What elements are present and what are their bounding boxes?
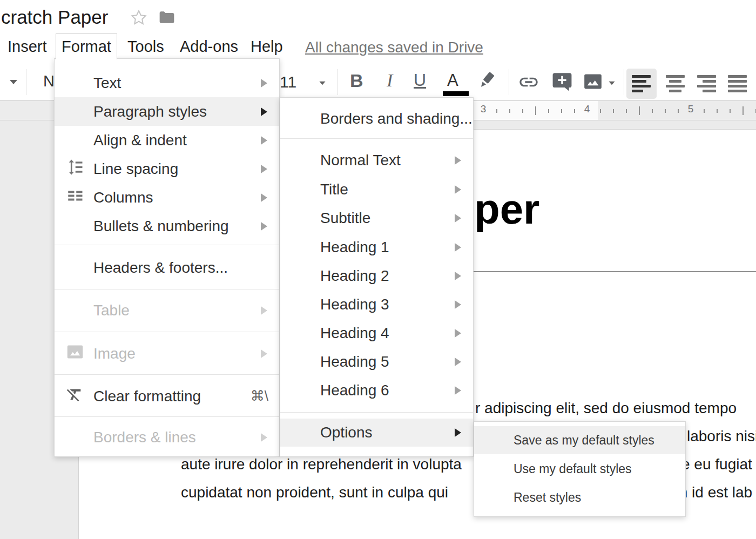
underline-button[interactable]: U bbox=[414, 70, 426, 90]
toolbar-separator bbox=[338, 69, 338, 95]
text-color-swatch bbox=[443, 91, 469, 96]
menu-separator bbox=[280, 138, 473, 139]
menu-item-use-default-styles[interactable]: Use my default styles bbox=[474, 455, 685, 483]
font-size-caret[interactable] bbox=[319, 82, 325, 85]
menu-item-text[interactable]: Text bbox=[55, 69, 279, 97]
menu-item-headers-footers[interactable]: Headers & footers... bbox=[55, 253, 279, 282]
toolbar-separator bbox=[624, 69, 624, 95]
keyboard-shortcut: ⌘\ bbox=[251, 388, 268, 405]
clear-formatting-icon bbox=[65, 385, 84, 407]
menu-item-heading-6[interactable]: Heading 6 bbox=[280, 376, 473, 405]
menu-insert[interactable]: Insert bbox=[8, 38, 47, 56]
ruler-number: 3 bbox=[477, 103, 490, 115]
menu-item-borders-shading[interactable]: Borders and shading... bbox=[280, 104, 473, 133]
ruler-tick bbox=[704, 109, 705, 113]
menu-item-table: Table bbox=[55, 296, 279, 325]
save-status-link[interactable]: All changes saved in Drive bbox=[305, 39, 483, 56]
menu-item-columns[interactable]: Columns bbox=[55, 183, 279, 212]
options-submenu-panel: Save as my default styles Use my default… bbox=[474, 421, 686, 517]
menu-separator bbox=[55, 416, 279, 417]
menu-help[interactable]: Help bbox=[251, 38, 283, 56]
submenu-arrow-icon bbox=[455, 272, 461, 280]
menu-separator bbox=[55, 374, 279, 375]
menu-item-heading-3[interactable]: Heading 3 bbox=[280, 290, 473, 319]
menu-item-line-spacing[interactable]: Line spacing bbox=[55, 154, 279, 183]
ruler-tick bbox=[561, 109, 562, 113]
submenu-arrow-icon bbox=[261, 136, 267, 145]
menu-item-reset-styles[interactable]: Reset styles bbox=[474, 483, 685, 511]
menu-item-subtitle[interactable]: Subtitle bbox=[280, 204, 473, 232]
ruler-tick bbox=[574, 109, 575, 113]
document-title-input[interactable]: cratch Paper bbox=[1, 6, 108, 28]
submenu-arrow-icon bbox=[261, 165, 267, 173]
ruler-tick bbox=[717, 109, 718, 113]
menu-item-bullets-numbering[interactable]: Bullets & numbering bbox=[55, 212, 279, 240]
toolbar-dropdown-caret[interactable] bbox=[10, 80, 17, 84]
text-color-button[interactable]: A bbox=[447, 71, 458, 90]
menu-tools[interactable]: Tools bbox=[127, 38, 164, 56]
align-center-icon bbox=[665, 75, 685, 92]
bold-button[interactable]: B bbox=[350, 70, 363, 91]
insert-image-caret[interactable] bbox=[609, 82, 615, 85]
submenu-arrow-icon bbox=[455, 243, 461, 252]
menu-item-paragraph-styles[interactable]: Paragraph styles bbox=[55, 97, 279, 126]
font-size-input[interactable]: 11 bbox=[280, 73, 296, 91]
body-text-line: cupidatat non proident, sunt in culpa qu… bbox=[181, 484, 448, 501]
submenu-arrow-icon bbox=[261, 193, 267, 202]
line-spacing-icon bbox=[65, 157, 85, 180]
star-icon[interactable] bbox=[130, 9, 147, 28]
align-justify-button[interactable] bbox=[723, 69, 753, 99]
ruler-number: 5 bbox=[684, 103, 697, 115]
align-center-button[interactable] bbox=[660, 69, 690, 99]
submenu-arrow-icon bbox=[261, 222, 267, 231]
insert-image-icon[interactable] bbox=[582, 71, 604, 94]
image-icon bbox=[65, 342, 85, 365]
body-text-line: m id est lab bbox=[675, 484, 752, 501]
google-docs-window: per r adipiscing elit, sed do eiusmod te… bbox=[0, 0, 756, 539]
paragraph-styles-submenu-panel: Borders and shading... Normal Text Title… bbox=[280, 97, 474, 457]
body-text-line: aute irure dolor in reprehenderit in vol… bbox=[181, 456, 462, 473]
menu-item-options[interactable]: Options bbox=[280, 419, 473, 447]
menu-item-heading-1[interactable]: Heading 1 bbox=[280, 233, 473, 261]
ruler-tick bbox=[496, 109, 497, 113]
menu-item-normal-text[interactable]: Normal Text bbox=[280, 146, 473, 174]
toolbar-separator bbox=[26, 69, 26, 95]
submenu-arrow-icon bbox=[455, 300, 461, 309]
menu-addons[interactable]: Add-ons bbox=[180, 38, 238, 56]
insert-link-icon[interactable] bbox=[517, 71, 540, 95]
ruler-tick bbox=[600, 109, 601, 113]
ruler-number: 4 bbox=[580, 103, 593, 115]
submenu-arrow-icon bbox=[455, 214, 461, 223]
paragraph-style-selector[interactable]: N bbox=[43, 72, 55, 90]
ruler-tick bbox=[730, 109, 731, 113]
menu-separator bbox=[55, 332, 279, 332]
submenu-arrow-icon bbox=[455, 428, 461, 437]
menu-item-align-indent[interactable]: Align & indent bbox=[55, 126, 279, 154]
document-title-text: per bbox=[474, 185, 539, 234]
menu-item-heading-4[interactable]: Heading 4 bbox=[280, 319, 473, 347]
align-right-button[interactable] bbox=[691, 69, 721, 99]
menu-item-heading-2[interactable]: Heading 2 bbox=[280, 261, 473, 290]
submenu-arrow-icon bbox=[455, 329, 461, 338]
menu-item-title[interactable]: Title bbox=[280, 175, 473, 204]
menu-separator bbox=[55, 289, 279, 289]
paint-format-icon[interactable] bbox=[475, 70, 497, 94]
menu-item-borders-lines: Borders & lines bbox=[55, 423, 279, 452]
align-left-button[interactable] bbox=[626, 69, 657, 99]
submenu-arrow-icon bbox=[261, 107, 267, 116]
menu-item-save-default-styles[interactable]: Save as my default styles bbox=[474, 426, 685, 454]
menu-item-heading-5[interactable]: Heading 5 bbox=[280, 347, 473, 376]
submenu-arrow-icon bbox=[455, 386, 461, 395]
format-menu-panel: Text Paragraph styles Align & indent Lin… bbox=[54, 58, 280, 457]
ruler-tick bbox=[548, 109, 549, 113]
folder-icon[interactable] bbox=[158, 9, 176, 28]
menu-separator bbox=[280, 412, 473, 413]
align-justify-icon bbox=[728, 75, 747, 92]
menu-separator bbox=[55, 245, 279, 245]
menu-item-clear-formatting[interactable]: Clear formatting ⌘\ bbox=[55, 382, 279, 410]
italic-button[interactable]: I bbox=[387, 70, 393, 91]
body-text-line: laboris nisi bbox=[687, 428, 756, 445]
submenu-arrow-icon bbox=[455, 358, 461, 366]
menu-format[interactable]: Format bbox=[56, 33, 117, 59]
add-comment-icon[interactable] bbox=[552, 71, 572, 94]
